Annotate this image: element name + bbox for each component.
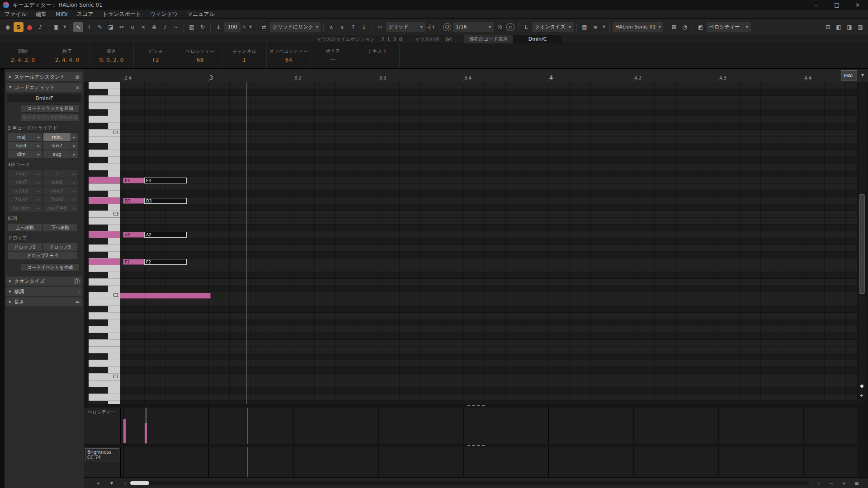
infoline-value[interactable]: 2. 4. 4. 0 — [55, 57, 79, 63]
infoline-value[interactable]: 0. 0. 2. 0 — [99, 57, 123, 63]
range-tool[interactable]: I — [84, 22, 94, 32]
chord-variant-arrow[interactable]: ▶ — [35, 133, 42, 141]
nudge-up-button[interactable]: ↑ — [348, 22, 358, 32]
piano-key-D#3[interactable] — [89, 191, 120, 197]
infoline-field[interactable]: ピッチF2 — [134, 43, 178, 68]
zoom-presets-button[interactable]: ▦ — [853, 479, 861, 487]
piano-keyboard[interactable]: C4C3C2C1 — [89, 82, 120, 404]
chord-variant-arrow[interactable]: ▶ — [71, 133, 78, 141]
midi-note-A2[interactable]: A2 — [123, 232, 144, 238]
grid-link-dropdown[interactable]: グリッドにリンク▼ — [270, 22, 321, 32]
piano-key-C#1[interactable] — [89, 367, 120, 374]
zoom-in-button[interactable]: + — [840, 479, 848, 487]
menu-ウィンドウ[interactable]: ウィンドウ — [146, 10, 182, 18]
piano-key-E3[interactable] — [89, 184, 120, 191]
lane-presets-caret[interactable]: ▼ — [108, 479, 116, 487]
insert-velocity-stepper[interactable]: ⇅ — [241, 22, 247, 32]
piano-key-G#1[interactable] — [89, 319, 120, 326]
infoline-value[interactable]: ー — [330, 56, 336, 64]
piano-key-B1[interactable] — [89, 299, 120, 306]
midi-note-C2[interactable] — [120, 293, 211, 299]
piano-key-E2[interactable] — [89, 265, 120, 272]
piano-key-A0[interactable] — [89, 394, 120, 401]
piano-key-D#1[interactable] — [89, 353, 120, 360]
piano-key-F#4[interactable] — [89, 89, 120, 96]
cc-lane-selector[interactable]: Brightness CC 74 — [85, 448, 119, 461]
piano-key-G2[interactable] — [89, 245, 120, 252]
piano-key-D2[interactable] — [89, 279, 120, 286]
piano-key-G#3[interactable] — [89, 157, 120, 164]
glue-tool[interactable]: ∪ — [127, 22, 137, 32]
velocity-lane-header[interactable]: ベロシティー — [84, 408, 120, 444]
chord-type-sus2[interactable]: sus2 — [43, 142, 71, 150]
midi-note-F3[interactable]: F3 — [144, 178, 187, 183]
piano-key-C3[interactable]: C3 — [89, 211, 120, 218]
chord-variant-arrow[interactable]: ▶ — [71, 150, 78, 158]
minimize-button[interactable]: – — [806, 0, 826, 10]
chord-variant-arrow[interactable]: ▶ — [35, 142, 42, 150]
nudge-down-button[interactable]: ↓ — [359, 22, 369, 32]
drop3-button[interactable]: ドロップ3 — [43, 243, 77, 251]
piano-key-E4[interactable] — [89, 103, 120, 109]
note-display[interactable]: F3F3D3D3A2A2F2F2 — [120, 82, 857, 404]
chord-type-min.[interactable]: min. — [43, 133, 71, 141]
piano-key-B3[interactable] — [89, 136, 120, 143]
quantize-panel-button[interactable]: e — [506, 23, 514, 31]
section-length[interactable]: ▶ 長さ ▬ — [6, 297, 82, 306]
draw-tool[interactable]: ✎ — [95, 22, 105, 32]
layer-caret[interactable]: ▼ — [601, 22, 607, 32]
menu-スコア[interactable]: スコア — [72, 10, 98, 18]
infoline-field[interactable]: 長さ0. 0. 2. 0 — [90, 43, 134, 68]
piano-key-C4[interactable]: C4 — [89, 130, 120, 136]
chord-type-sus4[interactable]: sus4 — [8, 142, 35, 150]
infoline-field[interactable]: ボイスー — [311, 43, 355, 68]
cc-lane-area[interactable] — [120, 447, 857, 477]
midi-note-D3[interactable]: D3 — [144, 198, 187, 204]
velocity-lane-area[interactable] — [120, 408, 857, 444]
menu-マニュアル[interactable]: マニュアル — [183, 10, 219, 18]
nudge-start-left-button[interactable]: ∧ — [326, 22, 336, 32]
infoline-value[interactable]: F2 — [152, 57, 159, 63]
menu-トランスポート[interactable]: トランスポート — [98, 10, 146, 18]
hscroll-handle[interactable] — [130, 481, 149, 485]
independent-loop-button[interactable]: ↻ — [198, 22, 208, 32]
length-quantize-dropdown[interactable]: クオンタイズ▼ — [532, 22, 574, 32]
edited-part-dropdown[interactable]: HALion Sonic 01▼ — [613, 22, 663, 32]
add-chord-track-button[interactable]: コードトラックを追加 — [21, 104, 80, 113]
chord-type-dim[interactable]: dim — [8, 150, 35, 158]
infoline-value[interactable]: 2. 4. 2. 0 — [11, 57, 35, 63]
section-quantize[interactable]: ▶ クオンタイズ Q — [6, 277, 82, 286]
curve-tool[interactable]: ~ — [171, 22, 181, 32]
grid-link-icon[interactable]: ⇄ — [259, 22, 269, 32]
lane-resize-handle[interactable] — [467, 405, 485, 406]
piano-key-F#2[interactable] — [89, 252, 120, 258]
piano-key-D#2[interactable] — [89, 272, 120, 279]
infoline-field[interactable]: ベロシティー68 — [178, 43, 222, 68]
piano-key-F1[interactable] — [89, 340, 120, 347]
piano-key-B0[interactable] — [89, 380, 120, 387]
setup-window-layout-button[interactable]: ⊡ — [823, 22, 833, 32]
select-tool[interactable]: ↖ — [73, 22, 83, 32]
piano-key-A2[interactable] — [89, 231, 120, 238]
zoom-dot-handle[interactable] — [860, 385, 863, 388]
piano-key-D1[interactable] — [89, 360, 120, 367]
menu-ファイル[interactable]: ファイル — [0, 10, 31, 18]
track-name-display[interactable]: HAL — [841, 70, 857, 80]
event-color-icon[interactable]: ◩ — [696, 22, 706, 32]
midi-note-D3[interactable]: D3 — [123, 198, 144, 204]
line-tool[interactable]: ∕ — [160, 22, 170, 32]
zoom-in-vertical-button[interactable]: + — [859, 393, 863, 399]
piano-key-G1[interactable] — [89, 326, 120, 333]
create-chord-event-button[interactable]: コードイベントを作成 — [21, 263, 80, 272]
snap-toggle-button[interactable]: ›‹ — [375, 22, 385, 32]
piano-key-C#3[interactable] — [89, 204, 120, 211]
length-quantize-icon[interactable]: L — [521, 22, 531, 32]
zoom-out-button[interactable]: − — [827, 479, 835, 487]
time-format-button[interactable]: ◔ — [680, 22, 690, 32]
left-zone-toggle-button[interactable]: ◧ — [834, 22, 844, 32]
maximize-button[interactable]: □ — [826, 0, 847, 10]
piano-key-A#0[interactable] — [89, 387, 120, 394]
section-scale-assistant[interactable]: ▶ スケールアシスタント ▦ — [6, 72, 82, 81]
infoline-field[interactable]: 開始2. 4. 2. 0 — [1, 43, 45, 68]
scroll-left-button[interactable]: ‹ — [121, 479, 129, 487]
